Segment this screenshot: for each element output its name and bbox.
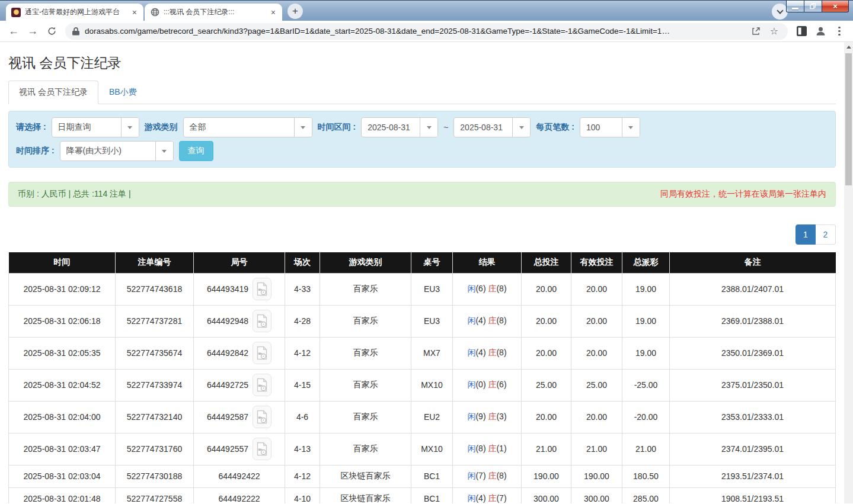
time-sort-select[interactable]: 降幂(由大到小) bbox=[60, 141, 174, 161]
cell-result: 闲(8) 庄(1) bbox=[453, 433, 522, 465]
window-minimize-button[interactable] bbox=[786, 1, 804, 12]
date-end-value: 2025-08-31 bbox=[454, 118, 512, 137]
video-replay-button[interactable] bbox=[253, 406, 271, 428]
round-id-text: 644492842 bbox=[207, 348, 248, 358]
video-replay-button[interactable] bbox=[253, 310, 271, 332]
cell-time: 2025-08-31 02:05:35 bbox=[9, 337, 116, 369]
cell-table-no: BC1 bbox=[411, 465, 453, 487]
cell-remark: 2353.01/2333.01 bbox=[670, 401, 836, 433]
video-record-icon bbox=[256, 346, 268, 360]
dropdown-caret[interactable] bbox=[155, 142, 173, 160]
forward-button[interactable]: → bbox=[24, 23, 41, 40]
tab-search-button[interactable] bbox=[772, 4, 788, 20]
cell-total-bet[interactable]: 300.00 bbox=[522, 487, 571, 503]
date-end-select[interactable]: 2025-08-31 bbox=[453, 117, 531, 137]
cell-total-bet[interactable]: 190.00 bbox=[522, 465, 571, 487]
cell-result: 闲(4) 庄(8) bbox=[453, 337, 522, 369]
video-replay-button[interactable] bbox=[253, 278, 271, 300]
result-count: (6) bbox=[496, 380, 506, 389]
cell-round-id: 644492557 bbox=[194, 433, 285, 465]
search-button[interactable]: 查询 bbox=[179, 141, 213, 161]
bookmark-button[interactable]: ☆ bbox=[768, 25, 781, 38]
dropdown-caret[interactable] bbox=[294, 118, 312, 137]
reload-button[interactable] bbox=[43, 23, 60, 40]
result-count: (6) bbox=[475, 284, 488, 293]
cell-session: 4-12 bbox=[285, 465, 320, 487]
query-type-label: 请选择 : bbox=[16, 122, 46, 133]
page-size-select[interactable]: 100 bbox=[580, 117, 640, 137]
result-player-label: 闲 bbox=[467, 412, 475, 421]
dropdown-caret[interactable] bbox=[121, 118, 139, 137]
cell-table-no: EU3 bbox=[411, 305, 453, 337]
video-replay-button[interactable] bbox=[253, 374, 271, 396]
cell-total-bet[interactable]: 20.00 bbox=[522, 273, 571, 305]
side-panel-button[interactable] bbox=[793, 23, 810, 40]
scrollbar-up-arrow-icon[interactable] bbox=[844, 42, 853, 52]
cell-payout: 19.00 bbox=[622, 305, 670, 337]
cell-total-bet[interactable]: 25.00 bbox=[522, 369, 571, 401]
round-id-text: 644493419 bbox=[207, 284, 248, 294]
dropdown-caret[interactable] bbox=[512, 118, 530, 137]
cell-total-bet[interactable]: 20.00 bbox=[522, 401, 571, 433]
window-maximize-button[interactable] bbox=[804, 1, 822, 12]
video-replay-button[interactable] bbox=[253, 438, 271, 460]
cell-total-bet[interactable]: 21.00 bbox=[522, 433, 571, 465]
pagination-page-1[interactable]: 1 bbox=[796, 224, 816, 245]
cell-total-bet[interactable]: 20.00 bbox=[522, 337, 571, 369]
reload-icon bbox=[47, 26, 57, 36]
cell-result: 闲(4) 庄(7) bbox=[453, 487, 522, 503]
browser-tab-betrecord[interactable]: :::视讯 会员下注纪录::: × bbox=[145, 4, 282, 21]
pagination: 12 bbox=[8, 224, 836, 245]
cell-game-type: 百家乐 bbox=[320, 273, 411, 305]
cell-result: 闲(0) 庄(6) bbox=[453, 369, 522, 401]
filter-panel: 请选择 : 日期查询 游戏类别 全部 时间区间 : 2025-08-31 ~ 2 bbox=[8, 111, 836, 168]
cell-valid-bet: 21.00 bbox=[571, 433, 622, 465]
cell-time: 2025-08-31 02:03:47 bbox=[9, 433, 116, 465]
new-tab-button[interactable]: + bbox=[287, 4, 303, 19]
date-start-value: 2025-08-31 bbox=[362, 118, 420, 137]
col-game-type: 游戏类别 bbox=[320, 252, 411, 273]
scrollbar-thumb[interactable] bbox=[845, 53, 852, 185]
tab-bb-tip[interactable]: BB小费 bbox=[98, 81, 148, 104]
browser-tab-tongbao[interactable]: 通宝-信誉最好的网上游戏平台 × bbox=[6, 4, 143, 21]
cell-round-id: 644492587 bbox=[194, 401, 285, 433]
col-session: 场次 bbox=[285, 252, 320, 273]
cell-game-type: 区块链百家乐 bbox=[320, 465, 411, 487]
game-type-select[interactable]: 全部 bbox=[183, 117, 312, 137]
result-player-label: 闲 bbox=[467, 380, 475, 389]
tab-close-icon[interactable]: × bbox=[131, 8, 138, 17]
result-banker-label: 庄 bbox=[488, 493, 496, 503]
cell-valid-bet: 20.00 bbox=[571, 337, 622, 369]
window-close-button[interactable]: × bbox=[822, 1, 849, 12]
round-id-text: 644492222 bbox=[218, 495, 260, 503]
result-banker-label: 庄 bbox=[488, 316, 496, 325]
result-count: (0) bbox=[475, 380, 488, 389]
share-button[interactable] bbox=[749, 25, 762, 38]
cell-game-type: 百家乐 bbox=[320, 305, 411, 337]
menu-button[interactable] bbox=[830, 23, 848, 40]
vertical-scrollbar[interactable] bbox=[844, 42, 853, 503]
result-count: (3) bbox=[496, 412, 506, 421]
tab-close-icon[interactable]: × bbox=[270, 8, 277, 17]
round-id-text: 644492557 bbox=[207, 444, 248, 454]
video-replay-button[interactable] bbox=[253, 342, 271, 364]
tab-betrecord[interactable]: 视讯 会员下注纪录 bbox=[8, 81, 98, 104]
cell-remark: 2193.51/2374.01 bbox=[670, 465, 836, 487]
table-row: 2025-08-31 02:04:00522774732140644492587… bbox=[9, 401, 836, 433]
date-start-select[interactable]: 2025-08-31 bbox=[361, 117, 438, 137]
dropdown-caret[interactable] bbox=[622, 118, 640, 137]
profile-button[interactable] bbox=[812, 23, 829, 40]
minimize-icon bbox=[792, 8, 798, 9]
cell-time: 2025-08-31 02:03:04 bbox=[9, 465, 116, 487]
address-bar[interactable]: dorasabs.com/game/betrecord_search/kind3… bbox=[65, 23, 788, 40]
pagination-page-2[interactable]: 2 bbox=[816, 224, 836, 245]
dropdown-caret[interactable] bbox=[420, 118, 437, 137]
cell-round-id: 644492422 bbox=[194, 465, 285, 487]
tongbao-favicon-icon bbox=[11, 8, 21, 17]
back-button[interactable]: ← bbox=[5, 23, 23, 40]
result-count: (7) bbox=[475, 471, 488, 480]
result-player-label: 闲 bbox=[467, 284, 475, 293]
avatar-icon bbox=[815, 25, 826, 37]
cell-total-bet[interactable]: 20.00 bbox=[522, 305, 571, 337]
query-type-select[interactable]: 日期查询 bbox=[52, 117, 139, 137]
